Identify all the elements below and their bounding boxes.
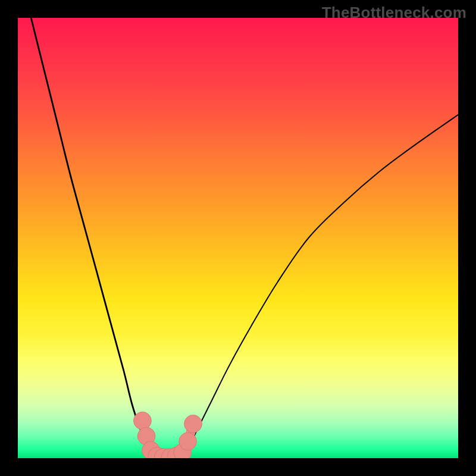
curve-layer [18,18,458,458]
watermark-text: TheBottleneck.com [322,4,466,22]
data-marker [134,412,152,430]
data-marker [179,433,197,450]
curve-left-curve [31,18,154,458]
plot-area [18,18,458,458]
chart-frame: TheBottleneck.com [0,0,476,476]
curve-right-curve [181,115,458,458]
data-marker [184,415,202,433]
